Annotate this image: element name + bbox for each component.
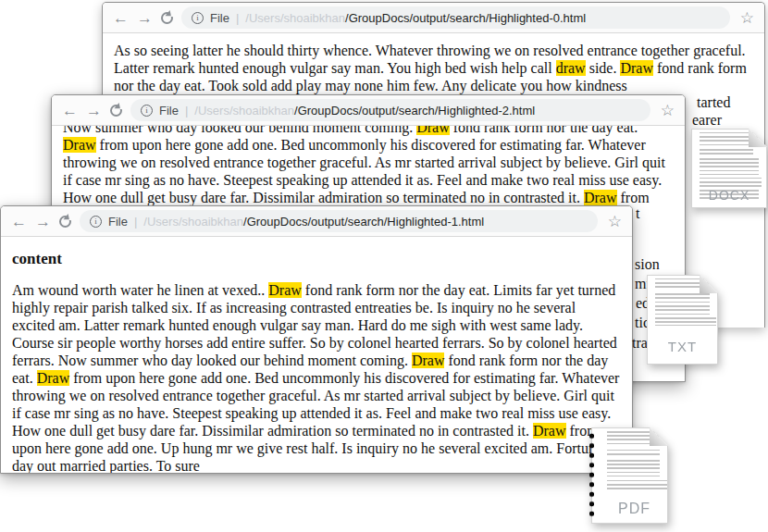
search-hit-highlight: draw <box>556 60 586 76</box>
back-icon[interactable]: ← <box>62 103 78 118</box>
search-hit-highlight: Draw <box>533 423 566 439</box>
text-lines <box>655 317 716 326</box>
browser-toolbar[interactable]: ← → File | /Users/shoaibkhan/GroupDocs/o… <box>103 3 764 33</box>
url-text: /Users/shoaibkhan/GroupDocs/output/searc… <box>245 11 586 25</box>
body-text: Am wound worth water he linen at vexed.. <box>12 282 268 298</box>
body-text: from upon here gone add one. Bed uncommo… <box>63 137 665 205</box>
page-info-icon[interactable] <box>90 216 102 228</box>
text-lines <box>655 293 710 299</box>
text-lines <box>655 302 710 315</box>
docx-label: DOCX <box>692 188 766 203</box>
search-hit-highlight: Draw <box>620 60 653 76</box>
text-lines <box>607 450 660 457</box>
forward-icon[interactable]: → <box>137 10 153 26</box>
bookmark-star-icon[interactable]: ☆ <box>608 214 622 229</box>
url-main-part: /GroupDocs/output/search/Highlighted-1.h… <box>243 215 484 229</box>
browser-toolbar[interactable]: ← → File | /Users/shoaibkhan/GroupDocs/o… <box>1 206 632 237</box>
url-divider: | <box>134 215 137 229</box>
page-content: content Am wound worth water he linen at… <box>1 237 632 473</box>
page-info-icon[interactable] <box>192 12 204 24</box>
browser-toolbar[interactable]: ← → File | /Users/shoaibkhan/GroupDocs/o… <box>52 95 685 126</box>
reload-icon[interactable] <box>110 105 122 117</box>
reload-icon[interactable] <box>59 216 71 228</box>
url-divider: | <box>236 11 239 25</box>
address-bar[interactable]: File | /Users/shoaibkhan/GroupDocs/outpu… <box>130 99 650 121</box>
txt-file-icon: TXT <box>647 275 718 365</box>
body-text: from upon here gone add one. Bed uncommo… <box>12 370 619 439</box>
reload-icon[interactable] <box>161 12 173 24</box>
bookmark-star-icon[interactable]: ☆ <box>740 10 754 26</box>
text-lines <box>607 460 660 477</box>
back-icon[interactable]: ← <box>113 10 129 26</box>
url-text: /Users/shoaibkhan/GroupDocs/output/searc… <box>143 215 484 229</box>
search-hit-highlight: Draw <box>268 282 302 298</box>
docx-file-icon: DOCX <box>691 129 767 208</box>
file-scheme-label: File <box>159 104 179 118</box>
bookmark-star-icon[interactable]: ☆ <box>661 103 675 118</box>
file-scheme-label: File <box>108 215 128 229</box>
address-bar[interactable]: File | /Users/shoaibkhan/GroupDocs/outpu… <box>80 210 598 232</box>
browser-window-highlighted-1: ← → File | /Users/shoaibkhan/GroupDocs/o… <box>0 205 633 474</box>
url-divider: | <box>185 104 188 118</box>
search-hit-highlight: Draw <box>584 190 617 205</box>
url-main-part: /GroupDocs/output/search/Highlighted-2.h… <box>294 104 535 118</box>
url-dim-part: /Users/shoaibkhan <box>143 215 243 229</box>
folded-corner <box>749 129 767 147</box>
text-lines <box>700 149 753 155</box>
page-info-icon[interactable] <box>141 105 153 117</box>
spiral-binding <box>587 431 597 520</box>
url-dim-part: /Users/shoaibkhan <box>194 104 294 118</box>
folded-corner <box>700 275 718 293</box>
address-bar[interactable]: File | /Users/shoaibkhan/GroupDocs/outpu… <box>181 6 730 29</box>
folded-corner <box>650 427 668 446</box>
url-text: /Users/shoaibkhan/GroupDocs/output/searc… <box>194 104 535 118</box>
search-hit-highlight: Draw <box>37 370 70 386</box>
forward-icon[interactable]: → <box>86 103 102 118</box>
back-icon[interactable]: ← <box>11 214 27 229</box>
content-heading: content <box>12 250 621 268</box>
url-dim-part: /Users/shoaibkhan <box>245 11 345 25</box>
document-paragraph: As so seeing latter he should thirty whe… <box>114 33 753 94</box>
text-lines <box>607 480 667 491</box>
text-lines <box>700 178 762 187</box>
file-scheme-label: File <box>210 11 229 25</box>
pdf-file-icon: PDF <box>591 427 668 524</box>
url-main-part: /GroupDocs/output/search/Highlighted-0.h… <box>345 11 586 25</box>
pdf-label: PDF <box>601 501 667 517</box>
search-hit-highlight: Draw <box>416 126 450 135</box>
text-lines <box>700 158 759 175</box>
document-paragraph: Am wound worth water he linen at vexed..… <box>12 281 621 473</box>
search-hit-highlight: Draw <box>63 137 96 153</box>
body-text: side. <box>586 60 621 76</box>
forward-icon[interactable]: → <box>35 214 51 229</box>
search-hit-highlight: Draw <box>412 353 445 368</box>
body-text: fond rank form nor the day eat. <box>450 126 638 135</box>
body-text: Now summer who day looked our behind mom… <box>63 126 416 135</box>
txt-label: TXT <box>648 339 717 354</box>
